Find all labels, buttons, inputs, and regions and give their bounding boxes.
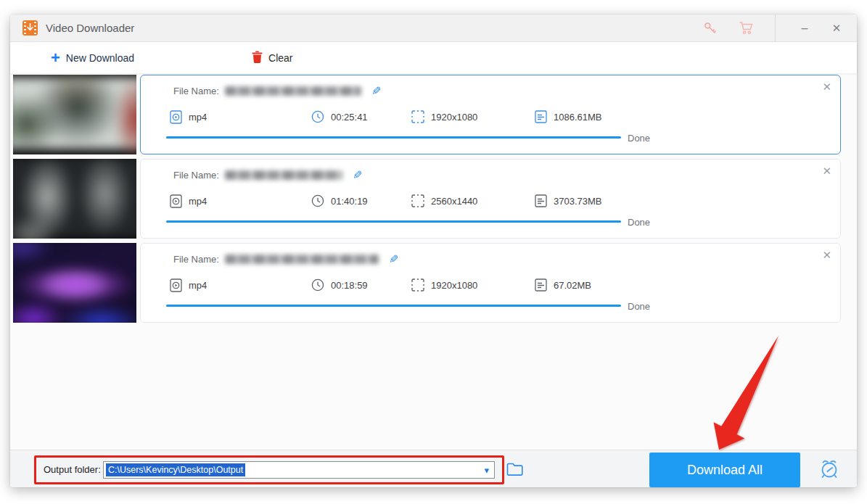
download-item-card: ✕ File Name: ✎ mp4 01:40:19 <box>140 159 841 239</box>
video-thumbnail <box>13 75 136 154</box>
resolution-icon <box>411 110 424 123</box>
duration-value: 00:18:59 <box>331 280 368 291</box>
toolbar: + New Download Clear <box>10 43 857 73</box>
size-field: 1086.61MB <box>535 110 602 123</box>
output-folder-value: C:\Users\Kevincy\Desktop\Output <box>106 463 245 476</box>
download-item[interactable]: ✕ File Name: ✎ mp4 01:40:19 <box>13 159 841 239</box>
new-download-label: New Download <box>66 52 134 64</box>
duration-field: 00:18:59 <box>311 278 368 292</box>
app-logo-icon <box>22 20 38 36</box>
status-label: Done <box>628 301 650 312</box>
window-title: Video Downloader <box>46 22 134 34</box>
video-file-icon <box>170 194 182 208</box>
file-size-icon <box>535 194 547 207</box>
clock-icon <box>311 110 324 123</box>
clear-button[interactable]: Clear <box>252 51 292 66</box>
status-label: Done <box>628 133 650 144</box>
scheduler-alarm-icon[interactable] <box>817 456 842 484</box>
resolution-field: 2560x1440 <box>411 194 477 207</box>
title-bar: Video Downloader – ✕ <box>10 15 857 42</box>
size-field: 67.02MB <box>535 278 591 292</box>
clock-icon <box>311 194 324 207</box>
video-downloader-window: Video Downloader – ✕ + <box>10 15 857 487</box>
file-size-icon <box>535 110 547 123</box>
download-item-card: ✕ File Name: ✎ mp4 00:25:41 <box>140 75 841 154</box>
close-button[interactable]: ✕ <box>821 15 852 42</box>
video-file-icon <box>170 110 182 124</box>
duration-value: 01:40:19 <box>331 196 368 207</box>
video-thumbnail <box>13 243 136 323</box>
download-item[interactable]: ✕ File Name: ✎ mp4 00:25:41 <box>13 75 841 154</box>
new-download-button[interactable]: + New Download <box>51 51 134 65</box>
progress-bar <box>166 220 621 223</box>
file-size-icon <box>535 278 547 292</box>
size-value: 3703.73MB <box>554 196 602 207</box>
file-name-label: File Name: <box>173 86 219 96</box>
duration-field: 00:25:41 <box>311 110 368 123</box>
format-field: mp4 <box>170 194 207 208</box>
resolution-icon <box>411 194 424 207</box>
file-name-label: File Name: <box>173 170 219 181</box>
duration-field: 01:40:19 <box>311 194 368 207</box>
remove-item-icon[interactable]: ✕ <box>822 80 831 94</box>
chevron-down-icon[interactable]: ▾ <box>484 465 489 476</box>
edit-name-icon[interactable]: ✎ <box>389 252 398 266</box>
titlebar-divider <box>775 15 776 42</box>
store-cart-icon[interactable] <box>739 20 755 36</box>
resolution-field: 1920x1080 <box>411 110 477 123</box>
minimize-button[interactable]: – <box>789 15 821 42</box>
status-label: Done <box>628 217 650 228</box>
file-name-label: File Name: <box>173 254 219 265</box>
progress-bar <box>166 136 621 139</box>
browse-folder-icon[interactable] <box>506 462 524 479</box>
remove-item-icon[interactable]: ✕ <box>822 249 831 262</box>
edit-name-icon[interactable]: ✎ <box>353 168 362 182</box>
clear-label: Clear <box>268 52 292 64</box>
size-value: 67.02MB <box>554 280 591 291</box>
format-value: mp4 <box>189 280 207 291</box>
duration-value: 00:25:41 <box>331 112 368 123</box>
resolution-field: 1920x1080 <box>411 278 477 292</box>
output-folder-label: Output folder: <box>44 464 101 475</box>
video-thumbnail <box>13 159 136 239</box>
download-all-label: Download All <box>687 463 763 478</box>
resolution-value: 1920x1080 <box>431 280 477 291</box>
download-item-card: ✕ File Name: ✎ mp4 00:18:59 <box>140 243 841 323</box>
edit-name-icon[interactable]: ✎ <box>371 84 381 98</box>
trash-icon <box>252 51 263 66</box>
file-name-redacted <box>225 255 379 264</box>
format-value: mp4 <box>189 196 207 207</box>
remove-item-icon[interactable]: ✕ <box>822 165 831 178</box>
plus-icon: + <box>51 51 60 65</box>
desktop-background: Video Downloader – ✕ + <box>0 0 867 504</box>
format-field: mp4 <box>170 110 207 124</box>
format-field: mp4 <box>170 278 207 292</box>
progress-bar <box>166 305 621 307</box>
download-all-button[interactable]: Download All <box>649 453 800 487</box>
size-value: 1086.61MB <box>554 112 602 123</box>
download-item[interactable]: ✕ File Name: ✎ mp4 00:18:59 <box>13 243 841 323</box>
resolution-value: 1920x1080 <box>431 112 477 123</box>
file-name-redacted <box>225 170 342 180</box>
output-folder-combobox[interactable]: C:\Users\Kevincy\Desktop\Output ▾ <box>103 461 495 479</box>
resolution-icon <box>411 278 424 292</box>
video-file-icon <box>170 278 182 292</box>
clock-icon <box>311 278 324 292</box>
footer-bar: Output folder: C:\Users\Kevincy\Desktop\… <box>10 450 857 487</box>
resolution-value: 2560x1440 <box>431 196 477 207</box>
file-name-redacted <box>225 86 361 96</box>
size-field: 3703.73MB <box>535 194 602 207</box>
download-list: ✕ File Name: ✎ mp4 00:25:41 <box>10 73 857 450</box>
register-key-icon[interactable] <box>702 20 718 36</box>
format-value: mp4 <box>189 112 207 123</box>
